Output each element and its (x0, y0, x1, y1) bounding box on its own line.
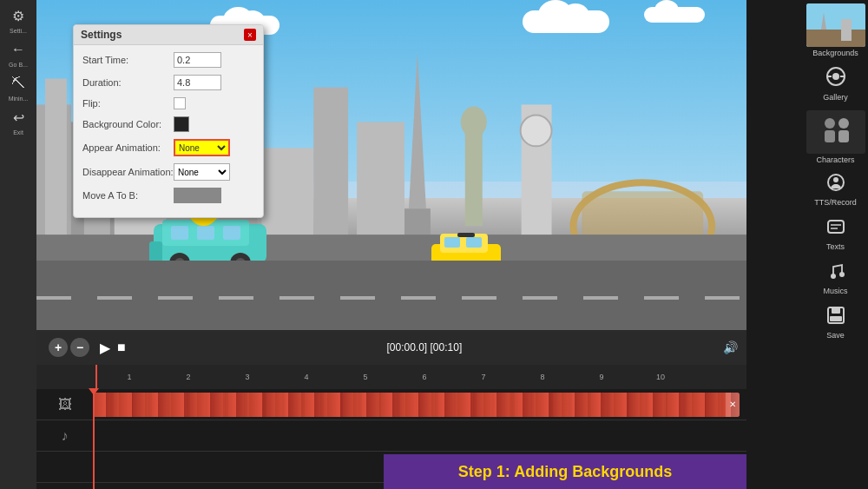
total-time: [00:10] (431, 341, 463, 354)
rp-item-save[interactable]: Save (803, 301, 868, 345)
rp-item-tts[interactable]: TTS/Record (803, 168, 868, 212)
svg-point-48 (825, 118, 835, 129)
svg-rect-33 (444, 237, 460, 248)
dialog-title: Settings (81, 29, 122, 41)
ruler-mark-6: 6 (395, 373, 454, 381)
svg-rect-25 (197, 226, 214, 240)
move-ab-control[interactable] (174, 188, 221, 203)
ruler-mark-1: 1 (100, 373, 159, 381)
save-icon (826, 306, 845, 329)
svg-point-12 (461, 106, 487, 137)
ruler-mark-5: 5 (336, 373, 395, 381)
rp-item-characters[interactable]: Characters (803, 107, 868, 168)
play-button[interactable]: ▶ (100, 340, 110, 356)
video-track-content[interactable]: ✕ (93, 393, 740, 417)
flip-checkbox[interactable] (174, 97, 186, 109)
musics-icon (826, 261, 845, 285)
ruler-mark-2: 2 (159, 373, 218, 381)
start-time-label: Start Time: (82, 55, 174, 65)
duration-input[interactable] (174, 75, 221, 90)
disappear-animation-select[interactable]: None Fade Out (174, 163, 230, 181)
volume-icon[interactable]: 🔊 (723, 340, 738, 354)
mining-icon: ⛏ (3, 71, 34, 96)
sidebar-item-exit-label: Exit (13, 129, 23, 135)
rp-item-musics[interactable]: Musics (803, 256, 868, 301)
svg-rect-61 (830, 316, 842, 321)
disappear-animation-row: Disappear Animation: None Fade Out (82, 163, 254, 181)
bg-color-row: Background Color: (82, 116, 254, 132)
duration-label: Duration: (82, 77, 174, 88)
sidebar-item-settings[interactable]: ⚙ Setti... (3, 3, 34, 34)
ruler-mark-7: 7 (454, 373, 513, 381)
svg-point-57 (831, 274, 836, 279)
gallery-icon (825, 66, 846, 91)
current-time: [00:00.0] (386, 341, 427, 354)
disappear-animation-label: Disappear Animation: (82, 167, 174, 177)
time-display: [00:00.0] [00:10] (386, 341, 462, 354)
ruler-mark-9: 9 (572, 373, 631, 381)
svg-rect-51 (838, 130, 849, 142)
appear-animation-row: Appear Animation: None Fade In Slide In (82, 139, 254, 156)
move-ab-label: Move A To B: (82, 190, 174, 201)
tl-add-remove-controls: + − (45, 334, 93, 361)
sidebar-item-exit[interactable]: ↩ Exit (3, 105, 34, 135)
start-time-input[interactable] (174, 52, 221, 68)
duration-row: Duration: (82, 75, 254, 90)
stop-button[interactable]: ■ (117, 340, 126, 355)
texts-icon (826, 217, 845, 241)
appear-animation-select[interactable]: None Fade In Slide In (174, 139, 230, 156)
svg-point-50 (838, 118, 849, 129)
backgrounds-thumbnail (806, 3, 865, 47)
appear-animation-label: Appear Animation: (82, 142, 174, 153)
video-track-inner (93, 393, 740, 417)
settings-icon: ⚙ (3, 3, 34, 28)
tts-icon (826, 173, 845, 196)
sidebar-item-go-back[interactable]: ← Go B... (3, 37, 34, 68)
rp-item-texts[interactable]: Texts (803, 212, 868, 256)
step-label-text: Step 1: Adding Backgrounds (458, 463, 672, 481)
svg-rect-43 (841, 19, 852, 41)
video-track-row: 🖼 ✕ (36, 389, 746, 420)
start-time-row: Start Time: (82, 52, 254, 68)
bg-color-picker[interactable] (174, 116, 189, 132)
sidebar-item-go-back-label: Go B... (9, 62, 28, 68)
sidebar-item-settings-label: Setti... (10, 28, 27, 34)
rp-item-backgrounds[interactable]: Backgrounds (803, 0, 868, 61)
audio-track-row: ♪ (36, 420, 746, 452)
add-track-button[interactable]: + (49, 338, 68, 357)
svg-rect-39 (457, 233, 475, 237)
rp-item-gallery[interactable]: Gallery (803, 61, 868, 107)
characters-label: Characters (816, 155, 854, 164)
sidebar-item-mining[interactable]: ⛏ Minin... (3, 71, 34, 102)
save-label: Save (826, 331, 845, 340)
ruler-mark-4: 4 (277, 373, 336, 381)
tts-label: TTS/Record (814, 198, 857, 207)
svg-rect-34 (466, 237, 482, 248)
backgrounds-label: Backgrounds (812, 49, 858, 57)
dialog-close-button[interactable]: × (244, 29, 256, 41)
gallery-label: Gallery (823, 93, 848, 102)
svg-point-45 (832, 73, 839, 80)
settings-dialog: Settings × Start Time: Duration: Flip: B… (73, 24, 264, 218)
timeline-needle (93, 389, 95, 489)
timeline-ruler: 1 2 3 4 5 6 7 8 9 10 (36, 365, 746, 389)
audio-track-icon: ♪ (36, 428, 93, 444)
playback-controls: + − ▶ ■ [00:00.0] [00:10] 🔊 (36, 330, 746, 365)
characters-thumbnail (806, 110, 865, 154)
cloud-2 (523, 10, 609, 33)
road (36, 261, 746, 330)
cloud-3 (644, 7, 705, 23)
svg-rect-41 (806, 30, 865, 47)
go-back-icon: ← (3, 37, 34, 62)
texts-label: Texts (826, 242, 845, 251)
svg-point-14 (521, 115, 552, 146)
main-area: Settings × Start Time: Duration: Flip: B… (36, 0, 812, 489)
flip-label: Flip: (82, 98, 174, 109)
flip-row: Flip: (82, 97, 254, 109)
video-track-icon: 🖼 (36, 397, 93, 413)
remove-track-button[interactable]: − (70, 338, 89, 357)
dialog-title-bar: Settings × (74, 25, 263, 45)
right-panel: Backgrounds Gallery Characters (803, 0, 868, 489)
track-end-mark: ✕ (726, 393, 740, 417)
sidebar-item-mining-label: Minin... (9, 96, 29, 102)
